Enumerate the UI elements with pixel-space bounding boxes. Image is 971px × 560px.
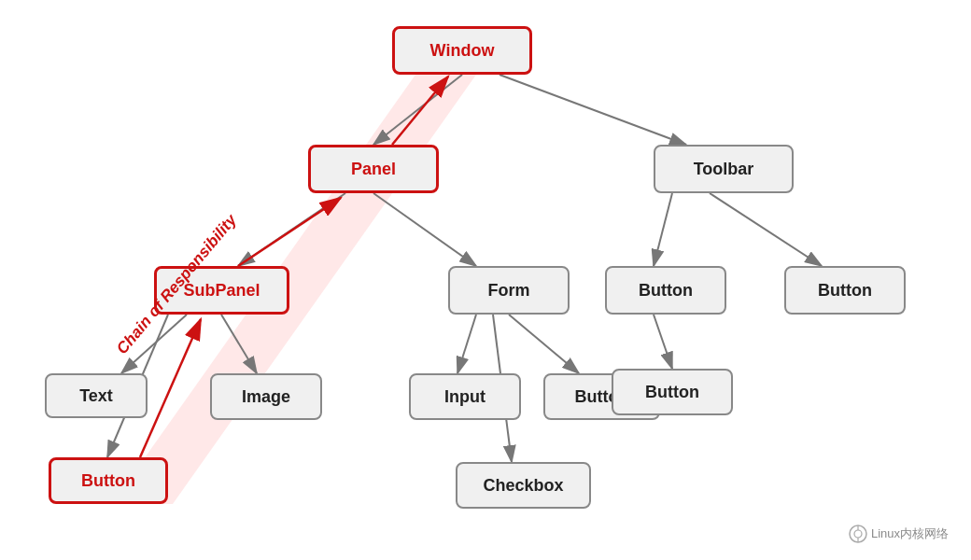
- svg-line-8: [710, 193, 822, 266]
- svg-point-20: [854, 530, 862, 538]
- svg-line-3: [373, 75, 462, 145]
- toolbar-button2-node: Button: [784, 266, 906, 315]
- svg-line-12: [457, 315, 476, 373]
- panel-node: Panel: [308, 145, 439, 193]
- svg-line-6: [373, 193, 476, 266]
- svg-line-7: [654, 193, 672, 266]
- image-node: Image: [210, 373, 322, 420]
- svg-line-18: [392, 77, 448, 145]
- form-node: Form: [448, 266, 570, 315]
- svg-line-5: [238, 193, 345, 266]
- linux-icon: [849, 525, 867, 543]
- svg-line-13: [509, 315, 579, 373]
- text-node: Text: [45, 373, 148, 418]
- toolbar-button1-node: Button: [605, 266, 726, 315]
- toolbar-node: Toolbar: [654, 145, 794, 193]
- checkbox-node: Checkbox: [456, 462, 591, 509]
- svg-line-15: [654, 315, 672, 369]
- toolbar-button1-child-node: Button: [612, 369, 733, 415]
- subpanel-button-node: Button: [49, 457, 168, 504]
- window-node: Window: [392, 26, 532, 75]
- input-node: Input: [409, 373, 521, 420]
- watermark: Linux内核网络: [849, 525, 949, 543]
- diagram: Window Panel Toolbar SubPanel Form Butto…: [0, 0, 971, 560]
- svg-line-4: [500, 75, 686, 145]
- svg-line-10: [221, 315, 257, 373]
- svg-line-17: [238, 198, 341, 266]
- svg-line-16: [140, 319, 201, 457]
